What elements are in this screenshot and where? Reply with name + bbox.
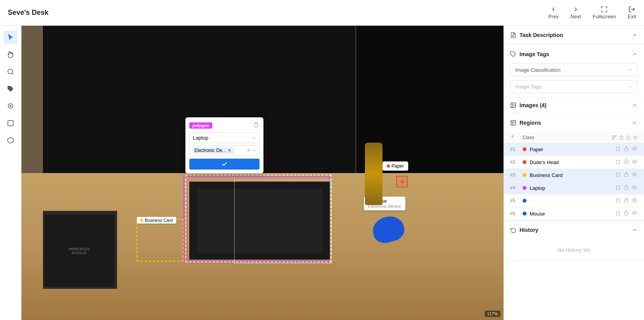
point-tool-button[interactable] xyxy=(4,99,18,113)
canvas-area[interactable]: PRINCIPLESRATOLIO Business Card P xyxy=(21,26,503,320)
region-eye-button[interactable] xyxy=(631,145,638,153)
region-delete-button[interactable] xyxy=(615,197,621,205)
business-card-annotation: Business Card xyxy=(137,217,176,224)
region-row[interactable]: #1 Paper xyxy=(504,143,644,156)
region-eye-button[interactable] xyxy=(631,210,638,217)
region-lock-button[interactable] xyxy=(623,197,630,205)
delete-all-icon xyxy=(619,135,624,140)
regions-header[interactable]: Regions xyxy=(504,113,644,132)
svg-rect-15 xyxy=(613,136,614,137)
main-layout: PRINCIPLESRATOLIO Business Card P xyxy=(0,26,644,320)
region-delete-button[interactable] xyxy=(615,145,621,153)
tag-chip: Electronic De... ✕ xyxy=(192,147,234,154)
svg-rect-22 xyxy=(624,161,628,164)
history-title: History xyxy=(510,227,538,233)
tag-dropdown-icon xyxy=(252,148,257,153)
image-tags-header[interactable]: Image Tags xyxy=(504,45,644,64)
tag-tool-button[interactable] xyxy=(4,82,18,96)
region-eye-button[interactable] xyxy=(631,171,638,179)
images-icon xyxy=(510,102,516,108)
region-delete-button[interactable] xyxy=(615,158,621,166)
history-empty-text: No History Yet xyxy=(504,239,644,261)
popup-confirm-button[interactable] xyxy=(189,159,260,170)
svg-rect-30 xyxy=(624,213,628,215)
history-chevron-icon xyxy=(632,227,638,233)
images-section: Images (4) xyxy=(504,97,644,113)
region-color-dot xyxy=(523,199,527,203)
svg-point-21 xyxy=(634,148,635,149)
svg-rect-28 xyxy=(624,200,628,202)
polygon-badge: polygon xyxy=(189,122,212,129)
svg-rect-20 xyxy=(624,149,628,151)
polygon-popup: polygon Laptop Electronic De... ✕ ✕ xyxy=(185,117,263,173)
svg-rect-16 xyxy=(615,136,616,137)
app-title: Seve's Desk xyxy=(8,9,48,17)
region-row[interactable]: #2 Dude's Head xyxy=(504,156,644,169)
svg-point-23 xyxy=(634,161,635,162)
svg-rect-7 xyxy=(8,120,13,126)
zoom-indicator: 117% xyxy=(485,311,500,317)
svg-rect-17 xyxy=(613,138,614,140)
svg-rect-18 xyxy=(627,137,630,140)
exit-button[interactable]: Exit xyxy=(628,6,636,19)
region-row[interactable]: #3 Business Card xyxy=(504,169,644,182)
images-section-header[interactable]: Images (4) xyxy=(504,97,644,113)
task-description-header[interactable]: Task Description xyxy=(504,26,644,44)
left-toolbar xyxy=(0,26,21,320)
image-tags-dropdown[interactable]: Image Tags xyxy=(510,80,638,93)
region-delete-button[interactable] xyxy=(615,184,621,192)
region-row[interactable]: #5 xyxy=(504,194,644,207)
region-lock-button[interactable] xyxy=(623,145,630,153)
region-delete-button[interactable] xyxy=(615,210,621,217)
region-eye-button[interactable] xyxy=(631,184,638,192)
lock-all-icon xyxy=(626,135,631,140)
popup-delete-button[interactable] xyxy=(253,121,260,129)
region-color-dot xyxy=(523,173,527,177)
select-tool-button[interactable] xyxy=(4,30,18,44)
region-eye-button[interactable] xyxy=(631,158,638,166)
region-eye-button[interactable] xyxy=(631,197,638,205)
regions-table-header: Class xyxy=(504,132,644,143)
region-color-dot xyxy=(523,212,527,216)
header-navigation: Prev Next Fullscreen Exit xyxy=(548,6,636,19)
history-icon xyxy=(510,227,516,233)
pan-tool-button[interactable] xyxy=(4,48,18,62)
region-color-dot xyxy=(523,147,527,151)
tag-cross-icon[interactable]: ✕ xyxy=(247,148,251,153)
prev-button[interactable]: Prev xyxy=(548,6,559,19)
images-title: Images (4) xyxy=(510,102,546,108)
class-dropdown[interactable]: Laptop xyxy=(189,133,260,143)
region-row[interactable]: #6 Mouse xyxy=(504,207,644,220)
fullscreen-button[interactable]: Fullscreen xyxy=(592,6,616,19)
svg-rect-24 xyxy=(624,174,628,177)
cols-icon xyxy=(612,135,617,140)
region-row[interactable]: #4 Laptop xyxy=(504,182,644,194)
right-panel: Task Description Image Tags Image Classi… xyxy=(503,26,644,320)
image-tags-title: Image Tags xyxy=(510,51,549,57)
regions-table: Class #1 Paper xyxy=(504,132,644,220)
region-lock-button[interactable] xyxy=(623,210,630,217)
search-tool-button[interactable] xyxy=(4,65,18,79)
region-lock-button[interactable] xyxy=(623,184,630,192)
region-lock-button[interactable] xyxy=(623,171,630,179)
history-header[interactable]: History xyxy=(504,221,644,239)
image-classification-dropdown[interactable]: Image Classification xyxy=(510,64,638,76)
svg-point-25 xyxy=(634,174,635,175)
tag-remove-button[interactable]: ✕ xyxy=(228,148,231,153)
polygon-tool-button[interactable] xyxy=(4,133,18,147)
classification-dropdown-icon xyxy=(628,68,633,72)
bbox-tool-button[interactable] xyxy=(4,116,18,130)
svg-point-12 xyxy=(512,104,513,105)
eye-all-icon xyxy=(633,135,638,140)
region-lock-button[interactable] xyxy=(623,158,630,166)
svg-point-29 xyxy=(634,200,635,201)
region-delete-button[interactable] xyxy=(615,171,621,179)
region-color-dot xyxy=(523,160,527,164)
sort-icon xyxy=(510,134,515,139)
task-description-section: Task Description xyxy=(504,26,644,45)
next-button[interactable]: Next xyxy=(571,6,581,19)
svg-rect-13 xyxy=(511,120,516,125)
popup-header: polygon xyxy=(189,121,260,129)
task-description-chevron-icon xyxy=(632,32,638,38)
image-tags-chevron-icon xyxy=(632,51,638,57)
